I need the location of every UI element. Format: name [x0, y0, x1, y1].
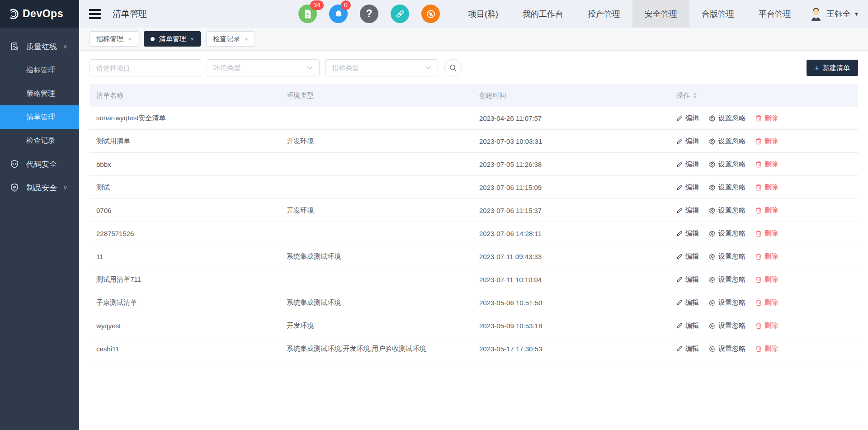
link-button[interactable]	[391, 5, 409, 23]
edit-label: 编辑	[685, 298, 699, 307]
create-list-button[interactable]: + 新建清单	[807, 60, 858, 76]
gear-icon	[709, 345, 716, 352]
column-header-actions: 操作 ▲▼	[676, 91, 858, 100]
edit-button[interactable]: 编辑	[676, 252, 699, 261]
header-icon-group: 34 0 ?	[298, 5, 440, 23]
delete-button[interactable]: 删除	[755, 321, 778, 330]
search-button[interactable]	[444, 59, 462, 76]
delete-label: 删除	[764, 252, 778, 261]
gear-icon	[709, 161, 716, 168]
sidebar-item-policy-mgmt[interactable]: 策略管理	[0, 82, 79, 105]
row-created: 2023-07-03 10:03:31	[479, 137, 676, 145]
chevron-down-icon: ▼	[854, 11, 859, 17]
set-ignore-button[interactable]: 设置忽略	[709, 160, 745, 169]
edit-button[interactable]: 编辑	[676, 298, 699, 307]
delete-button[interactable]: 删除	[755, 345, 778, 353]
nav-item-projects[interactable]: 项目(群)	[456, 0, 510, 28]
edit-button[interactable]: 编辑	[676, 183, 699, 192]
column-header-name: 清单名称	[90, 91, 287, 100]
edit-button[interactable]: 编辑	[676, 160, 699, 169]
nav-item-security[interactable]: 安全管理	[632, 0, 689, 28]
brand-logo: DevOps	[0, 0, 79, 28]
delete-button[interactable]: 删除	[755, 298, 778, 307]
sidebar-group-artifact-security[interactable]: 制品安全 ∨	[0, 176, 79, 199]
edit-button[interactable]: 编辑	[676, 345, 699, 353]
set-ignore-button[interactable]: 设置忽略	[709, 137, 745, 146]
block-button[interactable]	[421, 5, 440, 23]
row-actions: 编辑 设置忽略 删除	[676, 206, 858, 215]
set-ignore-button[interactable]: 设置忽略	[709, 206, 745, 215]
edit-button[interactable]: 编辑	[676, 321, 699, 330]
help-button[interactable]: ?	[360, 5, 378, 23]
trash-icon	[755, 299, 762, 306]
nav-item-production[interactable]: 投产管理	[576, 0, 632, 28]
delete-label: 删除	[764, 114, 778, 123]
delete-button[interactable]: 删除	[755, 275, 778, 284]
project-select-input[interactable]	[90, 59, 201, 76]
sidebar-group-label: 制品安全	[26, 183, 57, 193]
prohibit-bug-icon	[425, 9, 436, 19]
delete-button[interactable]: 删除	[755, 206, 778, 215]
delete-button[interactable]: 删除	[755, 229, 778, 238]
sidebar-group-quality[interactable]: 质量红线 ∧	[0, 35, 79, 58]
edit-label: 编辑	[685, 252, 699, 261]
column-header-actions-label: 操作	[676, 91, 690, 100]
ignore-label: 设置忽略	[718, 206, 745, 215]
set-ignore-button[interactable]: 设置忽略	[709, 114, 745, 123]
delete-button[interactable]: 删除	[755, 137, 778, 146]
row-actions: 编辑 设置忽略 删除	[676, 345, 858, 353]
row-created: 2023-05-09 10:53:18	[479, 322, 676, 330]
delete-button[interactable]: 删除	[755, 160, 778, 169]
set-ignore-button[interactable]: 设置忽略	[709, 183, 745, 192]
close-icon[interactable]: ×	[245, 36, 248, 43]
trash-icon	[755, 115, 762, 122]
sidebar-item-check-records[interactable]: 检查记录	[0, 129, 79, 152]
set-ignore-button[interactable]: 设置忽略	[709, 275, 745, 284]
sort-carets-icon[interactable]: ▲▼	[693, 92, 697, 99]
hamburger-menu-icon[interactable]	[89, 9, 101, 19]
notifications-button[interactable]: 0	[329, 5, 348, 23]
set-ignore-button[interactable]: 设置忽略	[709, 298, 745, 307]
delete-button[interactable]: 删除	[755, 252, 778, 261]
trash-icon	[755, 138, 762, 145]
set-ignore-button[interactable]: 设置忽略	[709, 229, 745, 238]
set-ignore-button[interactable]: 设置忽略	[709, 345, 745, 353]
edit-button[interactable]: 编辑	[676, 275, 699, 284]
delete-button[interactable]: 删除	[755, 183, 778, 192]
row-actions: 编辑 设置忽略 删除	[676, 298, 858, 307]
nav-item-version[interactable]: 合版管理	[689, 0, 746, 28]
tab-list-mgmt[interactable]: 清单管理 ×	[144, 31, 201, 47]
delete-label: 删除	[764, 229, 778, 238]
tab-check-records[interactable]: 检查记录 ×	[206, 31, 255, 47]
column-header-env: 环境类型	[287, 91, 479, 100]
pencil-icon	[676, 115, 683, 121]
sidebar: DevOps 质量红线 ∧ 指标管理 策略管理 清单管理 检	[0, 0, 79, 430]
close-icon[interactable]: ×	[128, 36, 132, 43]
edit-button[interactable]: 编辑	[676, 137, 699, 146]
user-menu[interactable]: 王钰全 ▼	[803, 6, 868, 22]
docs-button[interactable]: 34	[298, 5, 317, 23]
sidebar-item-metric-mgmt[interactable]: 指标管理	[0, 58, 79, 82]
edit-button[interactable]: 编辑	[676, 206, 699, 215]
env-type-select[interactable]: 环境类型	[207, 59, 320, 76]
edit-label: 编辑	[685, 114, 699, 123]
set-ignore-button[interactable]: 设置忽略	[709, 321, 745, 330]
edit-button[interactable]: 编辑	[676, 114, 699, 123]
row-created: 2023-05-06 10:51:50	[479, 299, 676, 307]
tab-metric-mgmt[interactable]: 指标管理 ×	[90, 31, 138, 47]
row-actions: 编辑 设置忽略 删除	[676, 229, 858, 238]
pencil-icon	[676, 207, 683, 213]
nav-item-platform[interactable]: 平台管理	[746, 0, 803, 28]
sidebar-group-code-security[interactable]: 代码安全	[0, 152, 79, 176]
sidebar-item-list-mgmt[interactable]: 清单管理	[0, 105, 79, 129]
metric-type-select[interactable]: 指标类型	[325, 59, 438, 76]
delete-button[interactable]: 删除	[755, 114, 778, 123]
table-row: 测试用清单 开发环境 2023-07-03 10:03:31 编辑 设置忽略	[90, 130, 858, 153]
gear-icon	[709, 253, 716, 260]
delete-label: 删除	[764, 137, 778, 146]
set-ignore-button[interactable]: 设置忽略	[709, 252, 745, 261]
plus-icon: +	[815, 64, 819, 72]
nav-item-workbench[interactable]: 我的工作台	[510, 0, 576, 28]
edit-button[interactable]: 编辑	[676, 229, 699, 238]
close-icon[interactable]: ×	[191, 36, 194, 43]
